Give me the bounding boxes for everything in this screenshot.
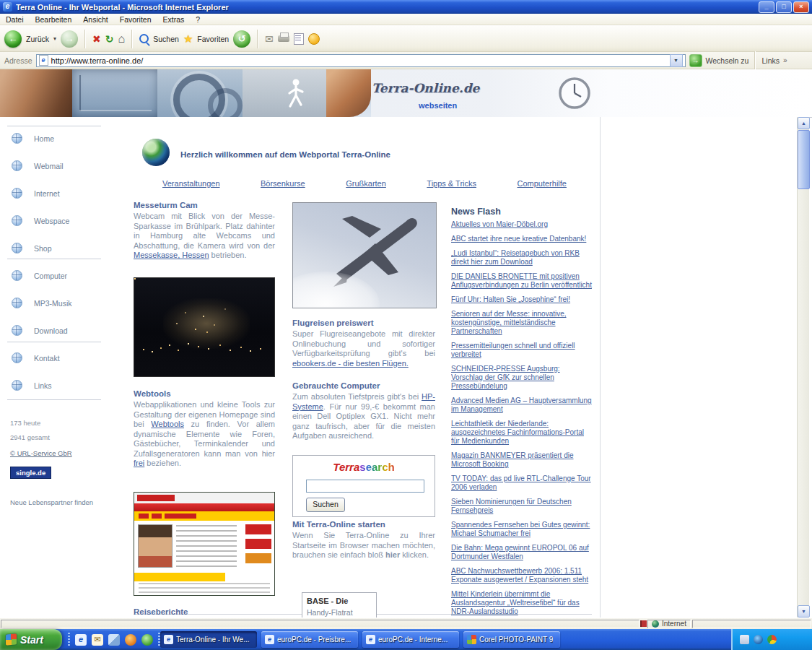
webcam-night-photo[interactable] xyxy=(134,277,275,377)
base-ad-box[interactable]: BASE - Die Handy-Flatrat xyxy=(302,592,377,618)
sidebar-item-download[interactable]: Download xyxy=(12,325,102,336)
news-item[interactable]: Aktuelles von Maier-Döbel.org xyxy=(451,220,593,229)
sidebar-item-mp3-musik[interactable]: MP3-Musik xyxy=(12,298,102,308)
news-item[interactable]: Spannendes Fernsehen bei Gutes gewinnt: … xyxy=(451,521,593,538)
sidebar-item-internet[interactable]: Internet xyxy=(12,188,102,199)
print-button[interactable] xyxy=(278,35,289,42)
news-item[interactable]: „Ludi Istanbul“: Reisetagebuch von RKB d… xyxy=(451,249,593,266)
airplane-photo[interactable] xyxy=(292,202,437,308)
refresh-button[interactable]: ↻ xyxy=(105,30,114,48)
news-item[interactable]: Senioren auf der Messe: innovative, kost… xyxy=(451,310,593,336)
news-item[interactable]: Magazin BANKMEYER präsentiert die Micros… xyxy=(451,451,593,469)
task-button-terra-online[interactable]: e Terra-Online - Ihr We... xyxy=(160,631,257,648)
scroll-down-button[interactable]: ▼ xyxy=(798,605,810,618)
frei-link[interactable]: frei xyxy=(134,459,144,467)
go-icon[interactable]: → xyxy=(689,54,702,67)
news-item[interactable]: Advanced Medien AG – Hauptversammlung im… xyxy=(451,396,593,414)
nav-link-veranstaltungen[interactable]: Veranstaltungen xyxy=(162,179,220,188)
sidebar-item-home[interactable]: Home xyxy=(12,133,102,144)
search-label[interactable]: Suchen xyxy=(153,35,179,43)
favorites-icon[interactable]: ★ xyxy=(183,30,193,48)
search-input[interactable] xyxy=(306,480,424,493)
news-item[interactable]: Pressemitteilungen schnell und offiziell… xyxy=(451,342,593,359)
links-bar-label[interactable]: Links xyxy=(761,56,780,65)
home-button[interactable]: ⌂ xyxy=(118,30,126,48)
back-dropdown-icon[interactable]: ▾ xyxy=(53,35,56,42)
stop-button[interactable]: ✖ xyxy=(92,30,101,48)
task-button-europc-internet[interactable]: e euroPC.de - Interne... xyxy=(362,631,459,648)
news-item[interactable]: SCHNEIDER-PRESSE Augsburg: Vorschlag der… xyxy=(451,365,593,391)
minimize-button[interactable]: _ xyxy=(759,1,774,13)
sidebar-item-label: Computer xyxy=(34,272,67,280)
start-label: Start xyxy=(20,634,43,646)
mail-button[interactable]: ✉ xyxy=(265,30,274,48)
news-item[interactable]: Fünf Uhr: Halten Sie „Josephine“ frei! xyxy=(451,295,593,304)
task-button-europc-preis[interactable]: e euroPC.de - Preisbre... xyxy=(261,631,358,648)
quick-launch-ie-icon[interactable]: e xyxy=(75,634,87,646)
scroll-up-button[interactable]: ▲ xyxy=(798,117,810,129)
menu-favoriten[interactable]: Favoriten xyxy=(120,15,152,24)
quick-launch-mail-icon[interactable]: ✉ xyxy=(92,634,103,646)
search-icon[interactable] xyxy=(139,34,149,43)
globe-icon xyxy=(12,298,22,308)
menu-ansicht[interactable]: Ansicht xyxy=(83,15,108,24)
tray-icon-1[interactable] xyxy=(740,635,749,644)
tray-icon-2[interactable] xyxy=(754,635,763,644)
favorites-label[interactable]: Favoriten xyxy=(197,35,229,43)
news-item[interactable]: Mittel Kinderlein übernimmt die Auslands… xyxy=(451,590,593,616)
menu-bearbeiten[interactable]: Bearbeiten xyxy=(35,15,72,24)
back-label[interactable]: Zurück xyxy=(26,35,49,43)
sidebar-item-kontakt[interactable]: Kontakt xyxy=(12,352,102,363)
address-dropdown-icon[interactable]: ▼ xyxy=(670,54,683,67)
news-item[interactable]: ABC startet ihre neue kreative Datenbank… xyxy=(451,235,593,243)
news-item[interactable]: Sieben Nominierungen für Deutschen Ferns… xyxy=(451,498,593,515)
messenger-button[interactable] xyxy=(308,33,320,45)
menu-datei[interactable]: Datei xyxy=(6,15,24,24)
nav-link-grusskarten[interactable]: Grußkarten xyxy=(346,179,386,188)
news-item[interactable]: Leichtathletik der Niederlande: ausgezei… xyxy=(451,420,593,446)
copyright-link[interactable]: © URL-Service GbR xyxy=(10,449,72,457)
go-button[interactable]: Wechseln zu xyxy=(706,56,749,65)
maximize-button[interactable]: □ xyxy=(776,1,792,13)
ebookers-link[interactable]: ebookers.de - die besten Flügen. xyxy=(292,359,409,368)
browser-window: e Terra Online - Ihr Webportal - Microso… xyxy=(0,0,812,650)
webtools-link[interactable]: Webtools xyxy=(151,420,184,428)
forward-button[interactable]: → xyxy=(61,30,78,48)
tray-icon-3[interactable] xyxy=(767,635,777,644)
hier-link[interactable]: hier xyxy=(385,550,400,559)
news-item[interactable]: DIE DANIELS BRONETTE mit positiven Anflu… xyxy=(451,272,593,290)
close-button[interactable]: × xyxy=(793,1,809,13)
title-bar: e Terra Online - Ihr Webportal - Microso… xyxy=(0,0,812,14)
messenger-launch-icon[interactable] xyxy=(141,634,153,646)
back-button[interactable]: ← xyxy=(4,30,22,48)
start-button[interactable]: Start xyxy=(0,629,62,650)
links-chevron-icon[interactable]: » xyxy=(783,56,787,64)
sidebar-item-shop[interactable]: Shop xyxy=(12,243,102,254)
news-item[interactable]: ABC Nachwuchswettbewerb 2006: 1.511 Expo… xyxy=(451,567,593,584)
sidebar-item-webspace[interactable]: Webspace xyxy=(12,215,102,226)
history-button[interactable]: ↺ xyxy=(233,30,250,48)
menu-extras[interactable]: Extras xyxy=(163,15,185,24)
address-value[interactable]: http://www.terra-online.de/ xyxy=(51,56,667,65)
messekasse-link[interactable]: Messekasse, Hessen xyxy=(134,251,209,259)
news-item[interactable]: TV TODAY: das pd live RTL-Challenge Tour… xyxy=(451,474,593,492)
scrollbar-thumb[interactable] xyxy=(798,130,810,189)
ad-banner[interactable]: single.de xyxy=(10,467,51,479)
menu-hilfe[interactable]: ? xyxy=(196,15,200,24)
media-player-icon[interactable] xyxy=(125,634,136,646)
website-screenshot-thumbnail[interactable] xyxy=(134,492,275,596)
edit-button[interactable] xyxy=(294,33,304,45)
quick-launch-handle[interactable] xyxy=(68,633,70,647)
show-desktop-icon[interactable] xyxy=(108,634,120,646)
sidebar-item-webmail[interactable]: Webmail xyxy=(12,160,102,171)
nav-link-boersenkurse[interactable]: Börsenkurse xyxy=(261,179,305,188)
task-button-photo-paint[interactable]: Corel PHOTO-PAINT 9 xyxy=(463,631,560,648)
news-item[interactable]: Die Bahn: Mega gewinnt EUROPOL 06 auf Do… xyxy=(451,544,593,561)
nav-link-tipps-tricks[interactable]: Tipps & Tricks xyxy=(427,179,476,188)
sidebar-item-computer[interactable]: Computer xyxy=(12,270,102,281)
address-field[interactable]: e http://www.terra-online.de/ ▼ xyxy=(36,54,686,67)
vertical-scrollbar[interactable]: ▲ ▼ xyxy=(797,117,809,618)
sidebar-item-links[interactable]: Links xyxy=(12,380,102,391)
nav-link-computerhilfe[interactable]: Computerhilfe xyxy=(517,179,566,188)
search-submit-button[interactable]: Suchen xyxy=(306,498,345,512)
